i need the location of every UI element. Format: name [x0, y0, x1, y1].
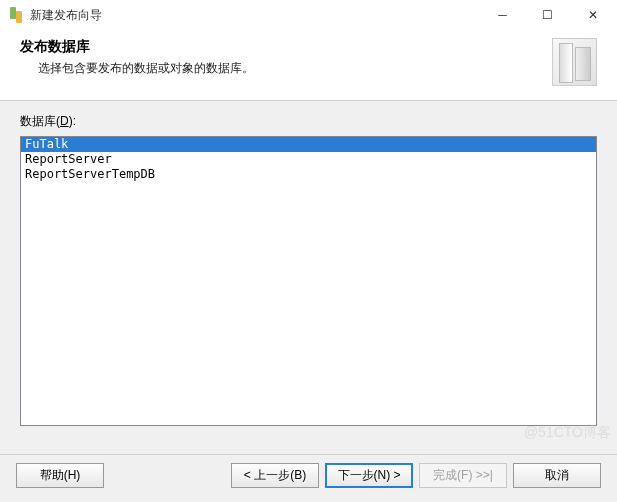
app-icon — [8, 7, 24, 23]
list-item[interactable]: ReportServerTempDB — [21, 167, 596, 182]
page-subtitle: 选择包含要发布的数据或对象的数据库。 — [20, 60, 542, 77]
window-controls: ─ ☐ ✕ — [480, 1, 615, 29]
list-item[interactable]: ReportServer — [21, 152, 596, 167]
wizard-body: 数据库(D): FuTalkReportServerReportServerTe… — [0, 101, 617, 481]
close-button[interactable]: ✕ — [570, 1, 615, 29]
title-bar: 新建发布向导 ─ ☐ ✕ — [0, 0, 617, 30]
database-list-label: 数据库(D): — [20, 113, 597, 130]
list-item[interactable]: FuTalk — [21, 137, 596, 152]
wizard-footer: 帮助(H) < 上一步(B) 下一步(N) > 完成(F) >>| 取消 — [0, 454, 617, 502]
next-button[interactable]: 下一步(N) > — [325, 463, 413, 488]
wizard-banner-icon — [552, 38, 597, 86]
back-button[interactable]: < 上一步(B) — [231, 463, 319, 488]
maximize-button[interactable]: ☐ — [525, 1, 570, 29]
database-listbox[interactable]: FuTalkReportServerReportServerTempDB — [20, 136, 597, 426]
minimize-button[interactable]: ─ — [480, 1, 525, 29]
wizard-header: 发布数据库 选择包含要发布的数据或对象的数据库。 — [0, 30, 617, 100]
cancel-button[interactable]: 取消 — [513, 463, 601, 488]
finish-button: 完成(F) >>| — [419, 463, 507, 488]
help-button[interactable]: 帮助(H) — [16, 463, 104, 488]
window-title: 新建发布向导 — [30, 7, 480, 24]
page-title: 发布数据库 — [20, 38, 542, 56]
